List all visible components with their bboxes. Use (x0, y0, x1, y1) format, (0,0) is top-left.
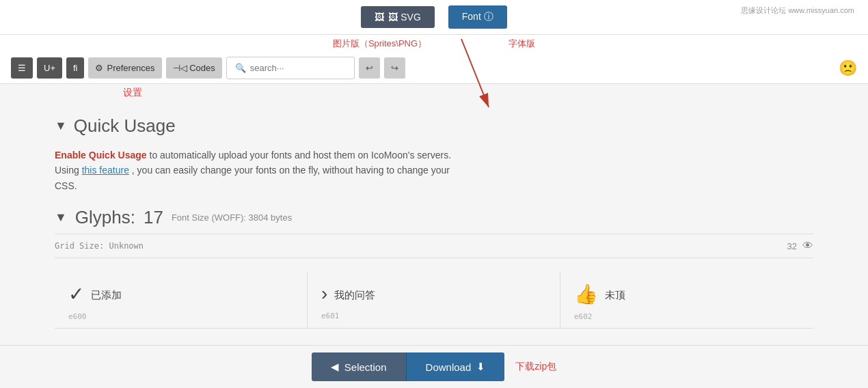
redo-button[interactable]: ↪ (384, 57, 405, 79)
selection-button[interactable]: ◀ Selection (312, 352, 406, 381)
gear-icon: ⚙ (95, 63, 103, 73)
bottom-bar: ◀ Selection Download ⬇ 下载zip包 (0, 345, 868, 388)
watermark: 思缘设计论坛 www.missyuan.com (741, 5, 854, 16)
icon-name-1: 我的问答 (334, 289, 375, 302)
icon-symbol-2: 👍 (574, 283, 598, 305)
glyphs-meta: Font Size (WOFF): 3804 bytes (172, 212, 292, 223)
chevron-down-icon: ▼ (55, 119, 67, 133)
glyphs-count: 17 (144, 207, 163, 228)
menu-button[interactable]: ☰ (11, 57, 33, 79)
glyphs-label: Glyphs: (75, 207, 135, 228)
redo-icon: ↪ (391, 63, 398, 73)
svg-button[interactable]: 🖼 🖼 SVG (361, 6, 434, 28)
icon-item-1: › 我的问答 e601 (308, 272, 560, 329)
codes-button[interactable]: ⊣◁ Codes (166, 57, 222, 79)
unicode-button[interactable]: U+ (37, 57, 62, 79)
grid-size-num: 32 (787, 241, 797, 251)
navbar: ☰ U+ fi ⚙ Preferences ⊣◁ Codes 🔍 ↩ ↪ 🙁 (0, 53, 868, 84)
icon-symbol-0: ✓ (68, 283, 84, 305)
icon-code-0: e600 (68, 312, 293, 321)
quick-usage-description: Enable Quick Usage to automatically uplo… (55, 148, 465, 193)
font-button-label: Font ⓘ (462, 11, 493, 23)
selection-icon: ◀ (331, 361, 339, 373)
search-input[interactable] (250, 63, 346, 73)
smiley-icon: 🙁 (839, 59, 857, 77)
font-button[interactable]: Font ⓘ (448, 5, 507, 29)
icon-item-2: 👍 未顶 e602 (560, 272, 813, 329)
svg-button-label: 🖼 SVG (388, 12, 420, 23)
img-version-label: 图片版（Sprites\PNG） (333, 38, 426, 50)
download-button[interactable]: Download ⬇ (406, 352, 505, 381)
the-text: the (293, 165, 306, 176)
icon-code-2: e602 (574, 312, 800, 321)
image-icon: 🖼 (375, 12, 384, 23)
selection-label: Selection (344, 361, 387, 373)
preferences-label: Preferences (107, 63, 154, 73)
undo-icon: ↩ (366, 63, 373, 73)
search-container: 🔍 (226, 57, 355, 79)
icon-item-0: ✓ 已添加 e600 (55, 272, 308, 329)
eye-icon[interactable]: 👁 (802, 240, 813, 252)
grid-size-bar: Grid Size: Unknown 32 👁 (55, 234, 813, 258)
quick-usage-title: ▼ Quick Usage (55, 115, 813, 137)
quick-usage-label: Quick Usage (74, 115, 176, 137)
shezhi-annotation: 设置 (123, 87, 142, 99)
quick-usage-text-3: , you can easily change your fonts on (132, 165, 293, 176)
download-label: Download (426, 361, 472, 373)
icon-code-1: e601 (321, 311, 546, 320)
icon-symbol-1: › (321, 283, 327, 305)
download-icon: ⬇ (476, 361, 485, 373)
icon-grid: ✓ 已添加 e600 › 我的问答 e601 👍 未顶 e602 (55, 272, 813, 329)
search-icon: 🔍 (235, 63, 246, 73)
icon-name-0: 已添加 (91, 289, 122, 302)
this-feature-link: this feature (82, 165, 129, 176)
glyphs-chevron-icon: ▼ (55, 210, 67, 225)
enable-quick-usage-link[interactable]: Enable Quick Usage (55, 150, 147, 161)
glyphs-section: ▼ Glyphs: 17 Font Size (WOFF): 3804 byte… (55, 207, 813, 234)
ligature-button[interactable]: fi (66, 57, 85, 79)
unicode-label: U+ (44, 63, 55, 73)
codes-label: ⊣◁ Codes (173, 63, 215, 73)
icon-name-2: 未顶 (605, 289, 625, 302)
main-content: ▼ Quick Usage Enable Quick Usage to auto… (0, 102, 868, 342)
grid-size-label: Grid Size: Unknown (55, 241, 144, 251)
preferences-button[interactable]: ⚙ Preferences (88, 57, 161, 79)
download-annotation: 下载zip包 (515, 361, 556, 373)
ligature-label: fi (73, 63, 78, 73)
font-version-label: 字体版 (508, 38, 535, 50)
undo-button[interactable]: ↩ (359, 57, 380, 79)
